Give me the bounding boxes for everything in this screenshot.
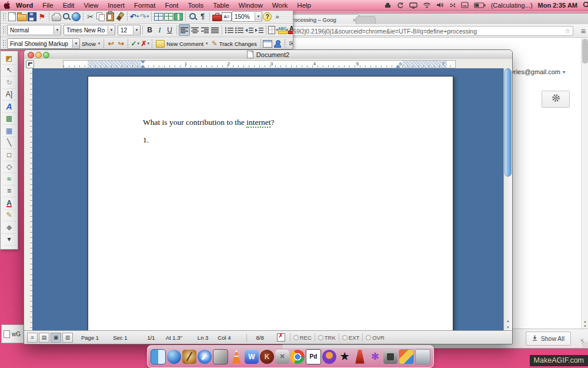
clip-art-icon[interactable]: ▩ [2,113,16,125]
vertical-ruler[interactable] [24,68,33,331]
font-color-icon[interactable]: A [2,197,16,210]
window-title-bar[interactable]: Document2 [24,50,512,59]
dock-safari[interactable] [198,350,212,364]
scroll-down-icon[interactable] [504,326,512,329]
wifi-menu-icon[interactable] [423,2,431,8]
dock-audio-app[interactable] [322,350,336,364]
document-text-line[interactable]: 1. [143,135,149,145]
underline-button[interactable]: U [165,25,175,35]
chrome-menu-icon[interactable] [581,26,586,37]
menu-clock[interactable]: Mon 2:35 AM [538,2,577,9]
columns-button[interactable] [173,11,183,22]
numbered-list-button[interactable] [224,25,234,35]
web-page-preview-button[interactable] [71,11,81,22]
wordart-icon[interactable]: A [2,101,16,113]
dock-vlc[interactable] [229,350,243,364]
styles-button[interactable] [222,11,232,22]
fill-color-icon[interactable]: ◆ [2,221,16,234]
free-rotate-icon[interactable]: ↻ [2,77,16,89]
dock-w-app[interactable]: W [245,350,259,364]
dock-photos[interactable] [399,349,414,364]
spotlight-icon[interactable] [583,1,588,9]
menu-file[interactable]: File [38,2,58,9]
bulleted-list-button[interactable] [234,25,244,35]
style-select[interactable]: Normal [7,25,61,35]
highlight-button[interactable] [278,25,288,35]
ext-indicator[interactable]: EXT [339,333,362,342]
document-text-line[interactable]: What is your contribution to the interne… [143,118,274,127]
bookmark-star-icon[interactable] [564,27,570,35]
copy-button[interactable] [95,11,105,22]
select-objects-icon[interactable]: ↖ [2,65,16,77]
reject-change-button[interactable] [140,38,150,49]
address-bar[interactable]: 9i59l2j0.2196j0j1&sourceid=chrome&ie=UTF… [285,26,573,36]
input-menu-icon[interactable] [461,2,469,8]
dock-garageband[interactable] [182,350,196,364]
decrease-indent-button[interactable] [244,25,254,35]
new-document-button[interactable] [7,11,17,22]
dock-cube-app[interactable] [213,349,228,364]
highlighter-icon[interactable]: ✎ [2,210,16,222]
close-button[interactable] [28,52,34,58]
dock-pure-data[interactable]: Pd [306,349,321,364]
trk-indicator[interactable]: TRK [315,333,339,342]
show-paragraph-marks-button[interactable] [198,11,208,22]
menu-table[interactable]: Table [208,2,234,9]
rec-indicator[interactable]: REC [290,333,315,342]
next-change-button[interactable] [116,38,126,49]
align-left-button[interactable] [179,24,190,36]
accept-change-button[interactable] [130,38,140,49]
document-page[interactable]: What is your contribution to the interne… [88,76,453,331]
printer-menu-icon[interactable] [384,2,392,9]
dock-browser-globe[interactable] [167,350,181,364]
save-button[interactable] [27,11,37,22]
ovr-indicator[interactable]: OVR [362,333,387,342]
dock-finder[interactable] [151,349,166,364]
show-all-downloads-button[interactable]: Show All [526,331,571,346]
first-line-indent-marker[interactable] [141,61,145,64]
menu-font[interactable]: Font [160,2,183,9]
minimize-button[interactable] [35,52,42,58]
cut-button[interactable] [85,11,95,22]
hanging-indent-marker[interactable] [141,65,145,68]
align-center-button[interactable] [190,25,200,35]
borders-button[interactable] [268,25,278,35]
new-comment-button[interactable]: New Comment [154,38,209,49]
font-size-select[interactable]: 12 [118,25,141,35]
toolbox-button[interactable] [212,11,222,22]
undo-button[interactable] [129,11,139,22]
track-changes-button[interactable]: Track Changes [210,38,259,49]
open-button[interactable] [17,11,27,22]
display-for-review-select[interactable]: Final Showing Markup [7,38,80,49]
zoom-button[interactable] [43,52,49,58]
grammar-flagged-word[interactable]: internet [246,118,270,128]
battery-icon[interactable] [474,2,486,8]
spaces-menu-icon[interactable] [450,2,456,8]
menu-tools[interactable]: Tools [183,2,208,9]
horizontal-ruler[interactable]: 1 2 3 4 5 6 7 [24,59,512,69]
print-layout-view-button[interactable] [51,333,61,343]
toolbar-overflow-button[interactable] [272,11,282,22]
show-menu-button[interactable]: Show [80,38,102,49]
print-button[interactable] [51,11,61,22]
dock-chrome[interactable] [290,350,305,364]
reviewers-button[interactable] [273,38,283,49]
media-browser-icon[interactable]: ◩ [2,52,16,65]
scroll-up-icon[interactable] [504,319,512,323]
toolbar-grip[interactable] [2,39,6,48]
dock-screen-share[interactable] [383,350,397,364]
menu-app-name[interactable]: Word [11,2,38,9]
increase-indent-button[interactable] [254,25,264,35]
tab-stop-selector[interactable] [26,60,34,68]
autoshapes-icon[interactable]: ◇ [2,161,16,174]
apple-menu-icon[interactable] [4,1,11,9]
text-box-icon[interactable]: A] [2,89,16,101]
rectangle-tool-icon[interactable]: □ [2,149,16,161]
display-menu-icon[interactable] [409,2,417,9]
insert-picture-icon[interactable]: ▦ [2,125,16,137]
toolbar-grip[interactable] [2,26,6,34]
previous-change-button[interactable] [106,38,116,49]
scribble-tool-icon[interactable]: ≈ [2,173,16,185]
menu-format[interactable]: Format [129,2,160,9]
font-color-button[interactable] [288,25,293,35]
